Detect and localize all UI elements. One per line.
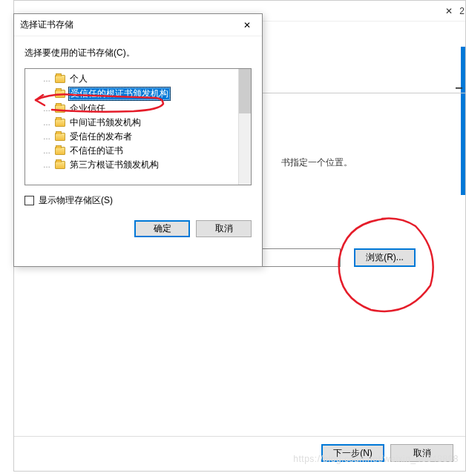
folder-icon xyxy=(55,75,65,83)
watermark: https://blog.csdn.net/weixin_40048898 xyxy=(293,454,459,464)
folder-icon xyxy=(55,90,65,98)
select-cert-store-dialog: 选择证书存储 ✕ 选择要使用的证书存储(C)。 …个人…受信任的根证书颁发机构…… xyxy=(13,13,263,267)
tree-item[interactable]: …中间证书颁发机构 xyxy=(27,116,237,130)
dialog-titlebar: 选择证书存储 ✕ xyxy=(14,14,262,36)
tree-item-label: 个人 xyxy=(68,73,89,85)
tree-item[interactable]: …企业信任 xyxy=(27,102,237,116)
dialog-body: 选择要使用的证书存储(C)。 …个人…受信任的根证书颁发机构…企业信任…中间证书… xyxy=(14,36,262,248)
tree-expand-icon: … xyxy=(43,105,50,113)
folder-icon xyxy=(55,161,65,169)
tree-item[interactable]: …个人 xyxy=(27,72,237,86)
scroll-thumb[interactable] xyxy=(239,69,251,113)
folder-icon xyxy=(55,119,65,127)
tree-item-label: 中间证书颁发机构 xyxy=(68,116,142,129)
dialog-footer: 确定 取消 xyxy=(24,220,252,237)
tree-item-label: 企业信任 xyxy=(68,102,107,115)
close-icon[interactable]: ✕ xyxy=(238,16,256,34)
checkbox-icon xyxy=(24,196,34,205)
tree-expand-icon: … xyxy=(43,133,50,141)
tree-item-label: 受信任的发布者 xyxy=(68,130,134,143)
tree-item[interactable]: …受信任的根证书颁发机构 xyxy=(27,86,237,102)
tree-expand-icon: … xyxy=(43,161,50,169)
cancel-button[interactable]: 取消 xyxy=(196,220,252,237)
folder-icon xyxy=(55,147,65,155)
tree-item-label: 第三方根证书颁发机构 xyxy=(68,159,160,171)
cropped-text-right: l xyxy=(453,87,465,90)
show-physical-checkbox-row[interactable]: 显示物理存储区(S) xyxy=(24,194,252,207)
tree-expand-icon: … xyxy=(43,147,50,155)
tree-item-label: 不信任的证书 xyxy=(68,145,125,157)
browse-button[interactable]: 浏览(R)... xyxy=(354,248,416,267)
folder-icon xyxy=(55,133,65,141)
tree-item[interactable]: …不信任的证书 xyxy=(27,144,237,158)
folder-icon xyxy=(55,105,65,113)
wizard-description: 书指定一个位置。 xyxy=(281,156,352,169)
dialog-title: 选择证书存储 xyxy=(20,19,238,31)
tree-item[interactable]: …受信任的发布者 xyxy=(27,130,237,144)
footer-divider xyxy=(14,436,465,437)
window-accent-bar xyxy=(461,47,465,195)
tree-expand-icon: … xyxy=(43,90,50,98)
tree-item[interactable]: …第三方根证书颁发机构 xyxy=(27,158,237,172)
tree-expand-icon: … xyxy=(43,75,50,83)
cert-store-tree[interactable]: …个人…受信任的根证书颁发机构…企业信任…中间证书颁发机构…受信任的发布者…不信… xyxy=(25,69,238,185)
cropped-text: 2 xyxy=(459,6,465,16)
cert-store-tree-container: …个人…受信任的根证书颁发机构…企业信任…中间证书颁发机构…受信任的发布者…不信… xyxy=(24,68,252,185)
show-physical-label: 显示物理存储区(S) xyxy=(39,194,113,207)
ok-button[interactable]: 确定 xyxy=(134,220,190,237)
tree-expand-icon: … xyxy=(43,119,50,127)
scrollbar[interactable] xyxy=(238,69,251,185)
tree-item-label: 受信任的根证书颁发机构 xyxy=(68,87,171,101)
dialog-instruction: 选择要使用的证书存储(C)。 xyxy=(24,47,252,59)
